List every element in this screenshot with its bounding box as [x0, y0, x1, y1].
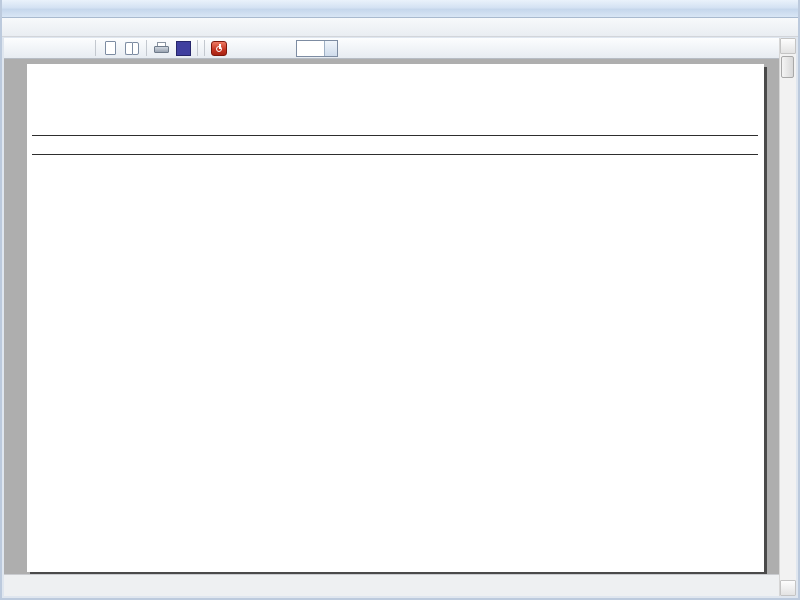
menubar — [2, 18, 798, 37]
menu-sair-previa[interactable] — [56, 18, 74, 37]
statusbar — [4, 574, 779, 596]
report-preview-window — [0, 0, 800, 600]
next-page-button[interactable] — [49, 40, 69, 57]
left-column — [4, 38, 779, 596]
preview-pane[interactable] — [4, 59, 779, 574]
prev-page-button[interactable] — [27, 40, 47, 57]
two-page-icon — [125, 42, 139, 55]
print-button[interactable] — [151, 40, 171, 57]
vertical-scrollbar[interactable] — [779, 38, 796, 596]
header-rule — [32, 135, 758, 136]
scrollbar-thumb[interactable] — [781, 56, 794, 78]
printer-icon — [154, 42, 169, 54]
zoom-select[interactable] — [296, 40, 338, 57]
chevron-down-icon[interactable] — [324, 41, 337, 56]
menu-suporte-ajuda[interactable] — [38, 18, 56, 37]
menu-pagina[interactable] — [20, 18, 38, 37]
two-page-view-button[interactable] — [122, 40, 142, 57]
header-rule — [32, 154, 758, 155]
exit-preview-button[interactable] — [209, 40, 229, 57]
scroll-up-button[interactable] — [780, 38, 796, 54]
toolbar-separator — [204, 40, 205, 56]
toolbar-separator — [197, 40, 198, 56]
report-page — [27, 64, 764, 572]
toolbar — [4, 38, 779, 59]
last-page-button[interactable] — [71, 40, 91, 57]
scroll-down-button[interactable] — [780, 580, 796, 596]
toolbar-separator — [146, 40, 147, 56]
single-page-view-button[interactable] — [100, 40, 120, 57]
main-area — [4, 38, 796, 596]
toolbar-separator — [95, 40, 96, 56]
window-titlebar[interactable] — [2, 0, 798, 18]
first-page-button[interactable] — [5, 40, 25, 57]
scrollbar-track[interactable] — [780, 54, 796, 580]
menu-arquivo[interactable] — [2, 18, 20, 37]
word-icon — [176, 41, 191, 56]
export-word-button[interactable] — [173, 40, 193, 57]
power-icon — [211, 41, 227, 56]
zoom-value — [297, 41, 324, 56]
single-page-icon — [105, 41, 116, 55]
